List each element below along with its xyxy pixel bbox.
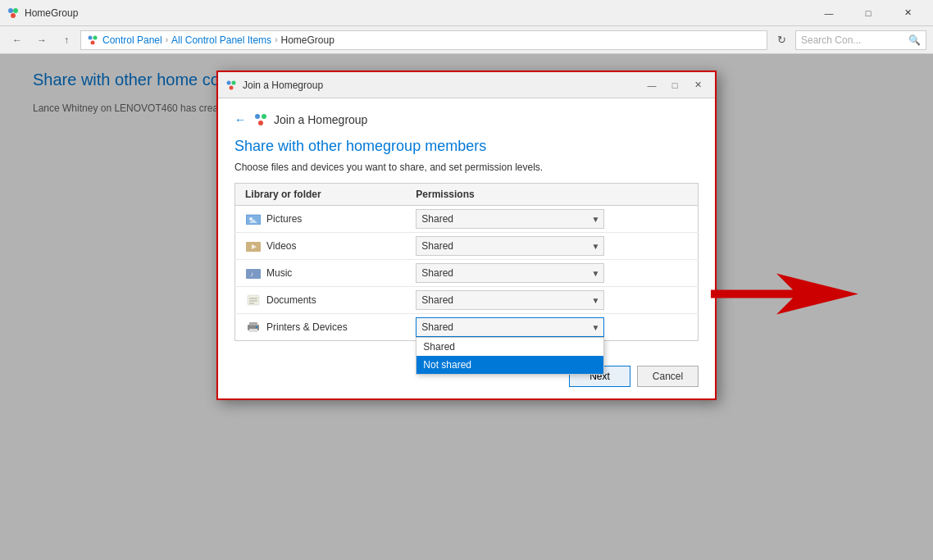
permissions-cell-videos: Shared ▼	[406, 233, 698, 260]
dialog-maximize-button[interactable]: □	[664, 75, 685, 96]
music-dropdown-value: Shared	[421, 267, 453, 279]
printers-dropdown-open: Shared Not shared	[416, 337, 604, 375]
music-dropdown-arrow: ▼	[591, 269, 599, 278]
svg-point-4	[93, 35, 98, 39]
music-label: Music	[266, 267, 292, 279]
table-row: Videos Shared ▼	[235, 233, 699, 260]
svg-point-14	[249, 217, 253, 221]
red-arrow	[711, 269, 858, 318]
option-shared[interactable]: Shared	[416, 338, 603, 356]
column-permissions: Permissions	[406, 184, 698, 206]
svg-point-2	[11, 13, 16, 18]
printers-dropdown[interactable]: Shared ▼	[416, 317, 604, 337]
dialog-close-button[interactable]: ✕	[687, 75, 708, 96]
svg-rect-18	[246, 269, 261, 279]
share-table: Library or folder Permissions	[234, 183, 699, 341]
svg-point-9	[255, 114, 260, 119]
pictures-dropdown-wrapper: Shared ▼	[416, 209, 604, 229]
search-icon: 🔍	[908, 34, 921, 46]
dialog-homegroup-icon	[253, 112, 269, 128]
music-icon: ♪	[245, 266, 262, 280]
permissions-cell-printers: Shared ▼ Shared Not shared	[406, 314, 698, 341]
svg-point-0	[8, 8, 13, 13]
dialog-section-title: Share with other homegroup members	[234, 138, 699, 155]
modal-overlay: Join a Homegroup — □ ✕ ← Join a	[0, 54, 933, 560]
dialog-title: Join a Homegroup	[243, 80, 641, 91]
dialog-minimize-button[interactable]: —	[641, 75, 662, 96]
svg-marker-28	[711, 273, 858, 314]
videos-dropdown-arrow: ▼	[591, 242, 599, 251]
music-dropdown-wrapper: Shared ▼	[416, 263, 604, 283]
svg-text:♪: ♪	[250, 271, 253, 278]
dialog: Join a Homegroup — □ ✕ ← Join a	[216, 71, 717, 400]
table-row: Pictures Shared ▼	[235, 206, 699, 233]
library-cell-pictures: Pictures	[235, 206, 407, 233]
search-box[interactable]: Search Con... 🔍	[795, 30, 926, 50]
cancel-button[interactable]: Cancel	[637, 366, 699, 387]
refresh-button[interactable]: ↻	[771, 30, 792, 51]
window-titlebar: HomeGroup — □ ✕	[0, 0, 933, 26]
videos-label: Videos	[266, 240, 296, 252]
table-row: Documents Shared ▼	[235, 287, 699, 314]
svg-point-10	[262, 114, 266, 119]
main-content: Share with other home computers Lance Wh…	[0, 54, 933, 560]
documents-dropdown[interactable]: Shared ▼	[416, 290, 604, 310]
close-button[interactable]: ✕	[889, 0, 926, 26]
videos-dropdown[interactable]: Shared ▼	[416, 236, 604, 256]
library-cell-documents: Documents	[235, 287, 407, 314]
back-button[interactable]: ←	[7, 30, 28, 51]
printers-dropdown-wrapper: Shared ▼ Shared Not shared	[416, 317, 604, 337]
option-not-shared[interactable]: Not shared	[416, 356, 603, 374]
breadcrumb-item-1[interactable]: Control Panel	[102, 34, 162, 46]
permissions-cell-documents: Shared ▼	[406, 287, 698, 314]
svg-rect-25	[249, 322, 257, 326]
svg-point-5	[91, 40, 95, 44]
printers-label: Printers & Devices	[266, 321, 348, 333]
dialog-description: Choose files and devices you want to sha…	[234, 162, 699, 173]
minimize-button[interactable]: —	[810, 0, 848, 26]
maximize-button[interactable]: □	[849, 0, 887, 26]
svg-point-6	[227, 80, 231, 84]
breadcrumb-sep-2: ›	[275, 35, 277, 44]
music-dropdown[interactable]: Shared ▼	[416, 263, 604, 283]
dialog-titlebar: Join a Homegroup — □ ✕	[218, 72, 715, 98]
dialog-heading: Join a Homegroup	[274, 113, 367, 126]
dialog-back-nav: ← Join a Homegroup	[234, 112, 699, 128]
printers-icon	[245, 321, 262, 334]
breadcrumb-item-3: HomeGroup	[280, 34, 334, 46]
svg-rect-26	[249, 329, 257, 332]
svg-point-27	[256, 326, 257, 328]
address-bar: ← → ↑ Control Panel › All Control Panel …	[0, 26, 933, 54]
breadcrumb: Control Panel › All Control Panel Items …	[80, 30, 767, 50]
pictures-icon	[245, 212, 262, 225]
documents-icon	[245, 294, 262, 307]
table-row: Printers & Devices Shared ▼	[235, 314, 699, 341]
permissions-cell-pictures: Shared ▼	[406, 206, 698, 233]
app-icon	[7, 7, 20, 20]
pictures-dropdown[interactable]: Shared ▼	[416, 209, 604, 229]
search-placeholder: Search Con...	[801, 34, 908, 46]
dialog-icon	[225, 79, 238, 92]
column-library: Library or folder	[235, 184, 407, 206]
printers-dropdown-arrow: ▼	[591, 323, 599, 332]
forward-button[interactable]: →	[31, 30, 52, 51]
printers-dropdown-value: Shared	[421, 321, 453, 333]
svg-point-3	[89, 35, 93, 39]
pictures-label: Pictures	[266, 213, 302, 225]
documents-dropdown-value: Shared	[421, 294, 453, 306]
dialog-body: ← Join a Homegroup Share with other home…	[218, 98, 715, 357]
videos-icon	[245, 239, 262, 253]
breadcrumb-item-2[interactable]: All Control Panel Items	[171, 34, 271, 46]
up-button[interactable]: ↑	[56, 30, 77, 51]
dialog-back-button[interactable]: ←	[234, 113, 246, 126]
library-cell-music: ♪ Music	[235, 260, 407, 287]
table-row: ♪ Music Shared	[235, 260, 699, 287]
videos-dropdown-wrapper: Shared ▼	[416, 236, 604, 256]
breadcrumb-sep-1: ›	[166, 35, 168, 44]
documents-dropdown-wrapper: Shared ▼	[416, 290, 604, 310]
homegroup-breadcrumb-icon	[86, 34, 99, 47]
table-container: Library or folder Permissions	[234, 183, 699, 341]
svg-point-8	[230, 85, 234, 89]
window-controls: — □ ✕	[810, 0, 926, 26]
permissions-cell-music: Shared ▼	[406, 260, 698, 287]
